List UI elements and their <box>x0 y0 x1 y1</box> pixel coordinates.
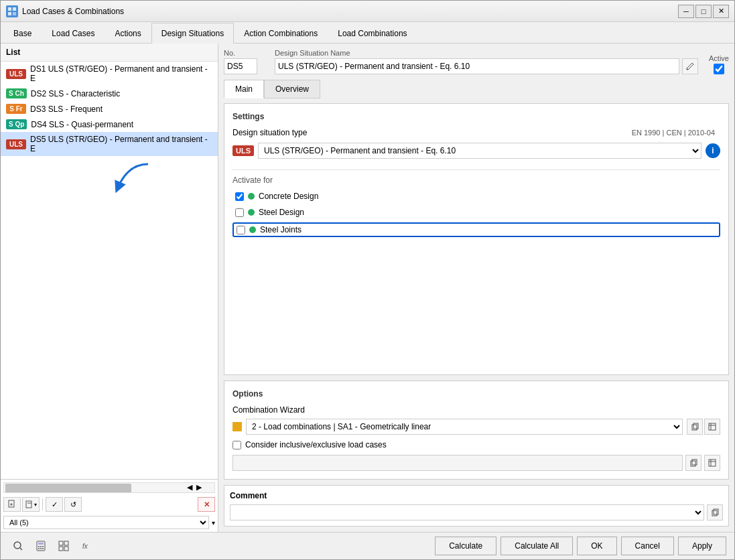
comment-copy-button[interactable] <box>707 504 723 520</box>
svg-rect-31 <box>59 541 63 545</box>
svg-rect-32 <box>64 541 68 545</box>
main-content: List ULS DS <box>1 44 734 532</box>
tab-overview[interactable]: Overview <box>264 80 320 98</box>
minimize-button[interactable]: ─ <box>678 5 694 18</box>
svg-rect-15 <box>692 460 697 465</box>
svg-rect-16 <box>709 460 716 466</box>
list-item-selected[interactable]: ULS DS5 ULS (STR/GEO) - Permanent and tr… <box>1 132 218 156</box>
ds-badge: ULS <box>6 69 26 79</box>
no-field-group: No. <box>224 49 264 74</box>
active-field-group: Active <box>709 54 729 74</box>
type-label: Design situation type <box>232 128 353 137</box>
inclusive-copy-btn1[interactable] <box>685 455 701 471</box>
concrete-design-row: Concrete Design <box>232 190 720 202</box>
tab-main[interactable]: Main <box>224 80 264 98</box>
svg-rect-24 <box>38 543 44 545</box>
dropdown-arrow: ▾ <box>34 502 37 508</box>
list-item[interactable]: S Qp DS4 SLS - Quasi-permanent <box>1 117 218 132</box>
svg-rect-34 <box>64 547 68 551</box>
wizard-edit-button[interactable] <box>704 419 720 435</box>
comment-select[interactable] <box>230 504 704 520</box>
top-info-row: No. Design Situation Name Active <box>224 49 729 74</box>
steel-joints-checkbox[interactable] <box>237 226 245 234</box>
options-title: Options <box>232 389 720 399</box>
list-item[interactable]: S Fr DS3 SLS - Frequent <box>1 101 218 117</box>
design-situation-type-row: Design situation type EN 1990 | CEN | 20… <box>232 128 720 137</box>
active-checkbox[interactable] <box>714 64 724 74</box>
list-header: List <box>1 44 218 62</box>
inclusive-input-row <box>232 455 720 471</box>
svg-rect-1 <box>13 7 16 11</box>
ok-button[interactable]: OK <box>577 537 616 555</box>
steel-design-checkbox[interactable] <box>235 208 244 217</box>
svg-rect-33 <box>59 547 63 551</box>
open-dropdown-button[interactable]: ▾ <box>22 497 40 512</box>
calculate-all-button[interactable]: Calculate All <box>500 537 573 555</box>
main-window: Load Cases & Combinations ─ □ ✕ Base Loa… <box>0 0 735 560</box>
filter-dropdown-icon: ▾ <box>212 519 215 527</box>
steel-design-row: Steel Design <box>232 206 720 218</box>
name-input[interactable] <box>275 58 679 74</box>
svg-point-27 <box>42 546 44 547</box>
separator <box>232 169 720 170</box>
tab-base[interactable]: Base <box>3 23 42 44</box>
svg-rect-3 <box>13 12 16 15</box>
right-panel: No. Design Situation Name Active <box>218 44 734 532</box>
concrete-design-checkbox[interactable] <box>235 192 244 201</box>
formula-icon-button[interactable]: fx <box>77 537 96 555</box>
window-title: Load Cases & Combinations <box>22 7 678 16</box>
close-button[interactable]: ✕ <box>713 5 729 18</box>
svg-rect-20 <box>714 509 718 514</box>
list-item[interactable]: ULS DS1 ULS (STR/GEO) - Permanent and tr… <box>1 62 218 86</box>
separator <box>42 498 43 510</box>
bottom-icons: fx <box>9 537 429 555</box>
maximize-button[interactable]: □ <box>695 5 712 18</box>
inclusive-checkbox[interactable] <box>232 441 241 449</box>
activate-label: Activate for <box>232 176 720 185</box>
uls-badge: ULS <box>232 145 254 156</box>
tab-actions[interactable]: Actions <box>105 23 151 44</box>
delete-button[interactable]: ✕ <box>198 497 215 512</box>
refresh-button[interactable]: ↺ <box>64 497 82 512</box>
no-input[interactable] <box>224 58 257 74</box>
list-item[interactable]: S Ch DS2 SLS - Characteristic <box>1 86 218 101</box>
grid-icon-button[interactable] <box>54 537 73 555</box>
scrollbar[interactable]: ◀ ▶ <box>3 482 215 493</box>
wizard-row: 2 - Load combinations | SA1 - Geometrica… <box>232 419 720 435</box>
new-item-button[interactable] <box>3 497 21 512</box>
calculator-icon-button[interactable] <box>31 537 50 555</box>
scroll-left[interactable]: ◀ <box>185 483 194 492</box>
svg-point-30 <box>42 548 44 549</box>
inclusive-input[interactable] <box>232 455 683 471</box>
menu-bar: Base Load Cases Actions Design Situation… <box>1 22 734 44</box>
svg-rect-2 <box>8 12 11 15</box>
situation-select[interactable]: ULS (STR/GEO) - Permanent and transient … <box>258 143 701 159</box>
cancel-button[interactable]: Cancel <box>621 537 674 555</box>
tab-load-cases[interactable]: Load Cases <box>42 23 105 44</box>
comment-section: Comment <box>224 485 729 527</box>
svg-point-26 <box>40 546 42 547</box>
search-icon-button[interactable] <box>9 537 27 555</box>
tab-action-combinations[interactable]: Action Combinations <box>234 23 328 44</box>
list-item-label: DS2 SLS - Characteristic <box>31 89 120 98</box>
check-button[interactable]: ✓ <box>46 497 63 512</box>
wizard-select[interactable]: 2 - Load combinations | SA1 - Geometrica… <box>246 419 683 435</box>
wizard-buttons <box>687 419 720 435</box>
svg-point-28 <box>38 548 40 549</box>
apply-button[interactable]: Apply <box>678 537 726 555</box>
tab-load-combinations[interactable]: Load Combinations <box>328 23 417 44</box>
inclusive-copy-btn2[interactable] <box>704 455 720 471</box>
calculate-button[interactable]: Calculate <box>435 537 496 555</box>
tab-design-situations[interactable]: Design Situations <box>151 23 234 44</box>
scroll-right[interactable]: ▶ <box>194 483 204 492</box>
steel-joints-dot <box>249 226 256 233</box>
ds-badge: S Fr <box>6 104 26 114</box>
info-button[interactable]: i <box>706 143 720 158</box>
left-panel: List ULS DS <box>1 44 218 532</box>
steel-joints-label: Steel Joints <box>260 225 302 234</box>
settings-title: Settings <box>232 112 720 121</box>
filter-select[interactable]: All (5) <box>3 516 209 529</box>
wizard-copy-button[interactable] <box>687 419 703 435</box>
filter-row: All (5) ▾ <box>3 516 215 529</box>
edit-name-button[interactable] <box>682 58 698 74</box>
